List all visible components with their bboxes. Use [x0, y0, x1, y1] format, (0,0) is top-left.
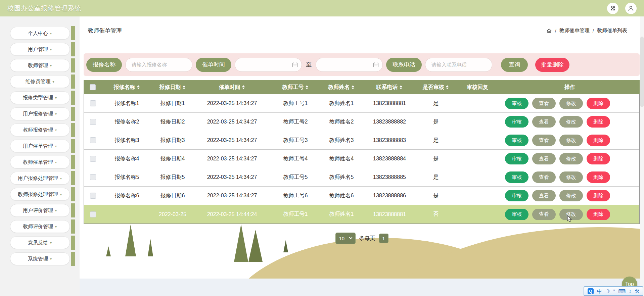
sort-asc-arrow: [183, 85, 185, 87]
sort-icon[interactable]: [242, 85, 245, 89]
sidebar-item-0[interactable]: 个人中心▾: [10, 27, 70, 40]
sidebar-item-3[interactable]: 维修员管理▾: [10, 75, 70, 88]
cell-phone: 13823888884: [363, 150, 416, 168]
sort-icon[interactable]: [137, 85, 140, 89]
chevron-down-icon: ▾: [55, 96, 57, 100]
column-header-label[interactable]: 审核回复: [467, 84, 488, 91]
audit-button[interactable]: 审核: [505, 209, 528, 220]
sidebar-item-7[interactable]: 用户催单管理▾: [10, 140, 70, 152]
scrollbar-thumb[interactable]: [640, 37, 644, 107]
delete-button[interactable]: 删除: [587, 135, 610, 146]
user-button[interactable]: [625, 3, 637, 14]
calendar-icon[interactable]: [292, 62, 298, 67]
sort-icon[interactable]: [400, 85, 402, 89]
audit-button[interactable]: 审核: [505, 116, 528, 128]
row-checkbox[interactable]: [90, 137, 96, 143]
edit-button[interactable]: 修改: [559, 116, 583, 128]
view-button[interactable]: 查看: [532, 153, 556, 164]
sidebar-item-10[interactable]: 教师报修处理管理▾: [10, 188, 70, 201]
ime-lang-icon[interactable]: 中: [597, 289, 602, 294]
column-header-label[interactable]: 操作: [564, 84, 575, 91]
sort-icon[interactable]: [183, 85, 185, 89]
date-from-input[interactable]: [235, 58, 302, 72]
view-button[interactable]: 查看: [532, 135, 556, 146]
date-to-input[interactable]: [316, 58, 383, 72]
audit-button[interactable]: 审核: [505, 135, 528, 146]
page-size-select[interactable]: 10: [335, 233, 356, 244]
audit-button[interactable]: 审核: [505, 98, 528, 109]
edit-button[interactable]: 修改: [559, 135, 583, 146]
column-header: 催单时间: [193, 80, 270, 94]
select-all-checkbox[interactable]: [90, 84, 96, 90]
row-checkbox[interactable]: [90, 174, 96, 180]
sidebar-item-9[interactable]: 用户报修处理管理▾: [10, 172, 70, 185]
breadcrumb-separator: /: [555, 28, 556, 34]
sidebar-item-13[interactable]: 意见反馈▾: [10, 236, 70, 249]
sidebar-item-4[interactable]: 报修类型管理▾: [10, 91, 70, 104]
delete-button[interactable]: 删除: [587, 116, 610, 128]
delete-button[interactable]: 删除: [587, 209, 610, 220]
audit-button[interactable]: 审核: [505, 190, 528, 201]
cell-time: 2022-03-25 14:34:27: [193, 94, 271, 112]
query-button[interactable]: 查询: [501, 58, 528, 72]
page-number-button[interactable]: 1: [379, 234, 388, 243]
row-checkbox[interactable]: [90, 211, 96, 217]
view-button[interactable]: 查看: [532, 190, 556, 201]
batch-delete-button[interactable]: 批量删除: [535, 58, 569, 72]
ime-tools-icon[interactable]: ⚒: [635, 289, 639, 294]
row-checkbox[interactable]: [90, 156, 96, 162]
edit-button[interactable]: 修改: [559, 209, 583, 220]
column-header-label[interactable]: 教师工号: [282, 84, 304, 91]
sidebar-item-14[interactable]: 系统管理▾: [10, 252, 70, 265]
sidebar-item-6[interactable]: 教师报修管理▾: [10, 124, 70, 136]
column-header-label[interactable]: 教师姓名: [328, 84, 350, 91]
column-header-label[interactable]: 催单时间: [219, 84, 240, 91]
fullscreen-button[interactable]: [607, 3, 618, 14]
sort-icon[interactable]: [352, 85, 354, 89]
ime-logo-icon[interactable]: Q: [588, 288, 594, 294]
phone-input[interactable]: [425, 58, 492, 72]
column-header-label[interactable]: 报修日期: [159, 84, 181, 91]
ime-halfmoon-icon[interactable]: ☽: [605, 289, 610, 294]
sidebar-item-1[interactable]: 用户管理▾: [10, 43, 70, 56]
delete-button[interactable]: 删除: [587, 153, 610, 164]
scrollbar-track[interactable]: [640, 16, 644, 296]
delete-button[interactable]: 删除: [587, 171, 610, 183]
breadcrumb-item[interactable]: 教师催单列表: [597, 28, 627, 34]
view-button[interactable]: 查看: [532, 171, 556, 183]
repair-name-input[interactable]: [125, 58, 192, 72]
row-checkbox[interactable]: [90, 100, 96, 106]
view-button[interactable]: 查看: [532, 116, 556, 128]
column-header-label[interactable]: 是否审核: [423, 84, 444, 91]
sidebar-item-2[interactable]: 教师管理▾: [10, 59, 70, 72]
breadcrumb-item[interactable]: 教师催单管理: [559, 28, 590, 34]
cell-reply: [455, 205, 500, 224]
pagination: 10 条每页 1: [80, 233, 644, 244]
edit-button[interactable]: 修改: [559, 98, 583, 109]
view-button[interactable]: 查看: [532, 98, 556, 109]
ime-move-icon[interactable]: ↕: [629, 289, 632, 294]
calendar-icon[interactable]: [373, 62, 379, 67]
audit-button[interactable]: 审核: [505, 153, 528, 164]
sort-icon[interactable]: [446, 85, 449, 89]
sort-icon[interactable]: [306, 85, 308, 89]
delete-button[interactable]: 删除: [587, 190, 610, 201]
view-button[interactable]: 查看: [532, 209, 556, 220]
sidebar-item-12[interactable]: 教师评价管理▾: [10, 220, 70, 233]
ime-punctuation-icon[interactable]: ”: [613, 289, 615, 294]
audit-button[interactable]: 审核: [505, 171, 528, 183]
sidebar-item-8[interactable]: 教师催单管理▾: [10, 156, 70, 168]
home-icon[interactable]: [546, 28, 552, 34]
sidebar-item-11[interactable]: 用户评价管理▾: [10, 204, 70, 217]
edit-button[interactable]: 修改: [559, 171, 583, 183]
edit-button[interactable]: 修改: [559, 190, 583, 201]
row-checkbox[interactable]: [90, 193, 96, 199]
row-checkbox[interactable]: [90, 119, 96, 125]
edit-button[interactable]: 修改: [559, 153, 583, 164]
cell-teacher_name: 教师姓名3: [320, 131, 363, 149]
delete-button[interactable]: 删除: [587, 98, 610, 109]
column-header-label[interactable]: 报修名称: [114, 84, 135, 91]
ime-keyboard-icon[interactable]: ⌨: [618, 289, 626, 294]
column-header-label[interactable]: 联系电话: [376, 84, 398, 91]
sidebar-item-5[interactable]: 用户报修管理▾: [10, 107, 70, 120]
